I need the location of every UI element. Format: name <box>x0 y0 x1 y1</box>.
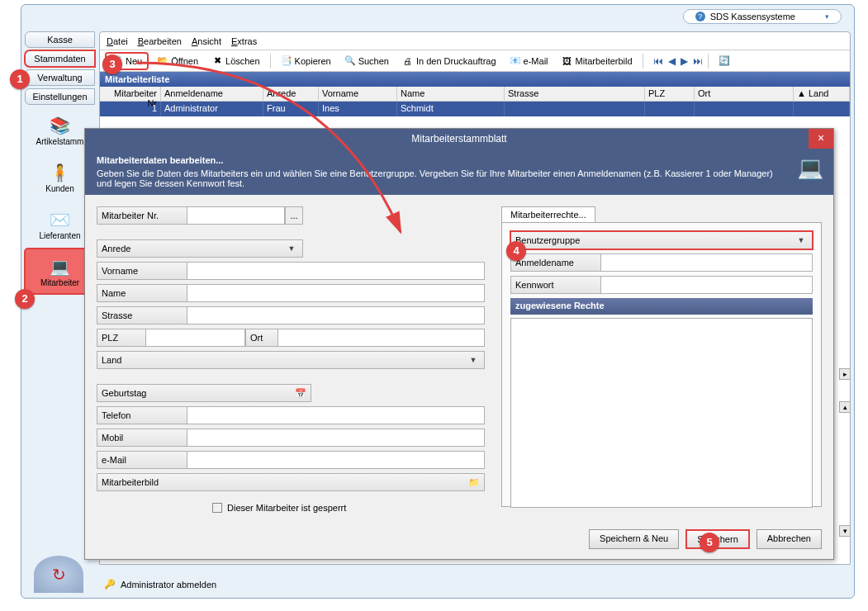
rights-panel: Benutzergruppe▼ Anmeldename Kennwort zug… <box>501 222 822 507</box>
list-title: Mitarbeiterliste <box>100 72 850 87</box>
col-nr[interactable]: Mitarbeiter Nr <box>100 87 161 101</box>
input-ort[interactable] <box>278 329 485 347</box>
col-strasse[interactable]: Strasse <box>505 87 645 101</box>
lookup-button[interactable]: ... <box>285 206 303 225</box>
dropdown-benutzergruppe[interactable]: Benutzergruppe▼ <box>510 231 813 249</box>
input-mitarbeiterbild[interactable]: Mitarbeiterbild📁 <box>97 473 485 491</box>
col-name[interactable]: Name <box>397 87 505 101</box>
input-email[interactable] <box>187 451 485 469</box>
menu-extras[interactable]: Extras <box>231 36 257 46</box>
callout-3: 3 <box>102 54 122 74</box>
nav-first-icon[interactable]: ⏮ <box>653 55 663 67</box>
col-anmeldename[interactable]: Anmeldename <box>161 87 263 101</box>
dropdown-land[interactable]: Land▼ <box>97 351 485 369</box>
menu-bar: Datei Bearbeiten Ansicht Extras <box>100 32 850 50</box>
input-kennwort[interactable] <box>601 276 813 294</box>
calendar-icon[interactable]: 📅 <box>295 388 306 399</box>
label-gesperrt: Dieser Mitarbeiter ist gesperrt <box>227 503 346 513</box>
app-title-dropdown[interactable]: ? SDS Kassensysteme ▾ <box>683 9 842 24</box>
open-icon: 📂 <box>157 55 168 67</box>
customer-icon: 🧍 <box>49 161 72 184</box>
btn-speichern-neu[interactable]: Speichern & Neu <box>589 529 679 549</box>
tab-verwaltung[interactable]: Verwaltung <box>25 69 95 86</box>
label-kennwort: Kennwort <box>510 276 601 294</box>
callout-2: 2 <box>15 289 35 309</box>
btn-abbrechen[interactable]: Abbrechen <box>757 529 822 549</box>
input-telefon[interactable] <box>187 406 485 424</box>
tb-suchen[interactable]: 🔍Suchen <box>339 54 394 69</box>
employee-icon: 💻 <box>49 255 72 278</box>
label-ort: Ort <box>245 329 278 347</box>
col-plz[interactable]: PLZ <box>645 87 695 101</box>
nav-arrows: ⏮ ◀ ▶ ⏭ <box>653 55 703 67</box>
menu-datei[interactable]: Datei <box>107 36 128 46</box>
menu-bearbeiten[interactable]: Bearbeiten <box>138 36 182 46</box>
status-bar[interactable]: 🔑 Administrator abmelden <box>104 579 216 590</box>
tb-loeschen[interactable]: ✖Löschen <box>206 54 265 69</box>
tb-email[interactable]: 📧e-Mail <box>505 54 553 69</box>
tab-kasse[interactable]: Kasse <box>25 31 95 48</box>
col-vorname[interactable]: Vorname <box>319 87 397 101</box>
nav-last-icon[interactable]: ⏭ <box>693 55 703 67</box>
input-geburtstag[interactable]: Geburtstag📅 <box>97 384 311 402</box>
chevron-down-icon: ▼ <box>467 356 480 364</box>
label-plz: PLZ <box>97 329 146 347</box>
tb-druck[interactable]: 🖨In den Druckauftrag <box>397 54 501 69</box>
menu-ansicht[interactable]: Ansicht <box>192 36 221 46</box>
checkbox-gesperrt[interactable] <box>212 503 222 513</box>
input-plz[interactable] <box>146 329 245 347</box>
input-strasse[interactable] <box>187 306 485 324</box>
photo-icon: 🖼 <box>562 55 573 67</box>
callout-4: 4 <box>506 241 526 261</box>
scroll-down-icon[interactable]: ▾ <box>839 525 851 537</box>
left-column: Mitarbeiter Nr. ... Anrede▼ Vorname Name… <box>97 206 485 513</box>
status-text: Administrator abmelden <box>121 580 216 590</box>
label-strasse: Strasse <box>97 306 187 324</box>
input-name[interactable] <box>187 284 485 302</box>
app-logo-icon: ↻ <box>34 556 83 593</box>
dropdown-anrede[interactable]: Anrede▼ <box>97 239 303 258</box>
grid-row[interactable]: 1 Administrator Frau Ines Schmidt <box>100 102 850 116</box>
input-vorname[interactable] <box>187 262 485 280</box>
input-mitarbeiter-nr[interactable] <box>187 206 285 225</box>
mail-icon: 📧 <box>510 55 521 67</box>
grid-header: Mitarbeiter Nr Anmeldename Anrede Vornam… <box>100 87 850 102</box>
input-anmeldename[interactable] <box>601 253 813 272</box>
envelope-icon: ✉️ <box>49 208 72 231</box>
folder-icon[interactable]: 📁 <box>468 477 480 488</box>
help-icon: ? <box>695 12 705 21</box>
chevron-down-icon: ▾ <box>825 12 829 21</box>
label-mitarbeiter-nr: Mitarbeiter Nr. <box>97 206 187 225</box>
books-icon: 📚 <box>49 114 72 137</box>
tab-mitarbeiterrechte[interactable]: Mitarbeiterrechte... <box>501 206 595 222</box>
tab-stammdaten[interactable]: Stammdaten <box>25 50 95 67</box>
scroll-right-icon[interactable]: ▸ <box>839 368 851 380</box>
scroll-up-icon[interactable]: ▴ <box>839 401 851 413</box>
rights-list-header: zugewiesene Rechte <box>510 298 813 315</box>
label-vorname: Vorname <box>97 262 187 280</box>
chevron-down-icon: ▼ <box>285 244 298 253</box>
separator <box>643 54 643 69</box>
col-land[interactable]: ▲ Land <box>794 87 850 101</box>
callout-5: 5 <box>700 533 719 552</box>
refresh-icon[interactable]: 🔄 <box>719 55 730 67</box>
tab-einstellungen[interactable]: Einstellungen <box>25 88 95 105</box>
col-anrede[interactable]: Anrede <box>263 87 319 101</box>
tb-bild[interactable]: 🖼Mitarbeiterbild <box>557 54 638 69</box>
right-column: Mitarbeiterrechte... Benutzergruppe▼ Anm… <box>501 206 822 513</box>
nav-prev-icon[interactable]: ◀ <box>668 55 676 67</box>
nav-next-icon[interactable]: ▶ <box>681 55 688 67</box>
tb-kopieren[interactable]: 📑Kopieren <box>276 54 336 69</box>
rights-list[interactable] <box>510 318 813 508</box>
col-ort[interactable]: Ort <box>695 87 794 101</box>
tb-oeffnen[interactable]: 📂Öffnen <box>152 54 203 69</box>
close-button[interactable]: × <box>809 129 833 149</box>
label-mobil: Mobil <box>97 429 187 447</box>
input-mobil[interactable] <box>187 429 485 447</box>
separator <box>270 54 271 69</box>
label-name: Name <box>97 284 187 302</box>
employee-icon: 💻 <box>797 155 823 181</box>
separator <box>708 54 709 69</box>
label-email: e-Mail <box>97 451 187 469</box>
dialog-body: Mitarbeiter Nr. ... Anrede▼ Vorname Name… <box>85 195 833 524</box>
